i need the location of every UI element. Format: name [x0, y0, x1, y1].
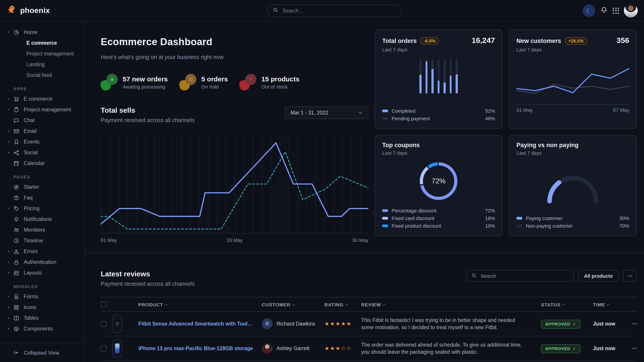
- caret-right-icon: ▸: [8, 306, 14, 309]
- total-sells-x-axis: 01 May 15 May 30 May: [101, 238, 368, 243]
- sidebar-item-events[interactable]: ▸ Events: [0, 136, 84, 147]
- theme-toggle-button[interactable]: ☾: [583, 4, 595, 17]
- ellipsis-icon: ⋯: [632, 346, 637, 351]
- sort-icon: ▴▾: [165, 304, 168, 306]
- column-time[interactable]: TIME▴▾: [593, 302, 621, 307]
- sidebar-item-pricing[interactable]: ▸ Pricing: [0, 203, 84, 214]
- search-icon: [471, 272, 476, 280]
- sidebar-item-project-management-home[interactable]: Project management: [0, 48, 84, 59]
- page-subtitle: Here's what's going on at your business …: [101, 54, 368, 61]
- tag-icon: [14, 205, 20, 212]
- global-search[interactable]: [267, 4, 402, 17]
- stat-new-orders: ★ 57 new orders Awating processing: [101, 74, 168, 90]
- more-options-button[interactable]: ⋯: [623, 270, 637, 282]
- total-sells-chart: [101, 135, 368, 234]
- time-cell: Just now: [593, 346, 621, 351]
- sidebar-item-landing[interactable]: Landing: [0, 59, 84, 70]
- row-actions-button[interactable]: ⋯: [621, 346, 637, 352]
- avatar: [262, 343, 272, 354]
- reviews-search[interactable]: [466, 270, 574, 282]
- select-all-checkbox[interactable]: [101, 302, 106, 308]
- sidebar-item-project-management-app[interactable]: ▸ Project management: [0, 104, 84, 115]
- pie-chart-icon: [14, 29, 20, 35]
- sidebar-item-starter[interactable]: Starter: [0, 182, 84, 192]
- donut-center-label: 72%: [419, 162, 458, 200]
- pause-icon: [185, 74, 196, 85]
- bell-icon: [600, 6, 608, 15]
- sidebar-section-modules: MODULES: [0, 284, 84, 289]
- sidebar-item-chat[interactable]: Chat: [0, 115, 84, 126]
- page-title: Ecommerce Dashboard: [101, 36, 368, 48]
- sidebar-item-layouts[interactable]: ▸ Layouts: [0, 267, 84, 278]
- new-customers-x-axis: 01 May 07 May: [516, 104, 629, 113]
- legend-item: Percentage discount 72%: [382, 207, 495, 214]
- sidebar-item-tables[interactable]: ▸ Tables: [0, 313, 84, 323]
- collapsed-view-toggle[interactable]: Collapsed View: [0, 343, 84, 362]
- product-link[interactable]: Fitbit Sense Advanced Smartwatch with To…: [138, 321, 262, 327]
- chat-icon: [14, 117, 20, 123]
- column-review[interactable]: REVIEW▴▾: [361, 302, 535, 307]
- paying-gauge-chart: [535, 163, 611, 204]
- box-icon: [14, 326, 20, 332]
- row-checkbox[interactable]: [101, 321, 106, 327]
- bell-icon: [14, 216, 20, 222]
- sidebar-item-faq[interactable]: Faq: [0, 192, 84, 203]
- sidebar-item-ecommerce-home[interactable]: E commerce: [0, 37, 84, 48]
- caret-down-icon: ▾: [8, 30, 14, 34]
- notifications-button[interactable]: [600, 6, 608, 15]
- sidebar-item-home[interactable]: ▾ Home: [0, 27, 84, 37]
- star-icon: ★: [106, 74, 118, 85]
- review-text: This Fitbit is fantastic! I was trying t…: [361, 317, 535, 332]
- column-rating[interactable]: RATING▴▾: [324, 302, 361, 307]
- sidebar-item-authentication[interactable]: ▸ Authentication: [0, 257, 84, 267]
- legend-item: Completed 52%: [382, 107, 495, 114]
- product-link[interactable]: iPhone 13 pro max-Pacific Blue-128GB sto…: [138, 346, 262, 351]
- collapse-arrow-icon: [14, 350, 19, 356]
- legend-swatch: [382, 109, 388, 112]
- sidebar-item-ecommerce-app[interactable]: ▸ E commerce: [0, 93, 84, 104]
- card-title: Paying vs non paying: [516, 142, 579, 148]
- caret-right-icon: ▸: [8, 140, 14, 144]
- caret-right-icon: ▸: [8, 250, 14, 253]
- sidebar-item-calendar[interactable]: Calendar: [0, 158, 84, 169]
- sort-icon: ▴▾: [345, 304, 348, 306]
- apps-grid-button[interactable]: [613, 7, 619, 14]
- product-thumbnail[interactable]: [112, 340, 122, 358]
- global-search-input[interactable]: [282, 7, 396, 14]
- reviews-search-input[interactable]: [480, 273, 569, 279]
- row-actions-button[interactable]: ⋯: [621, 321, 637, 327]
- grid-icon: [613, 7, 619, 14]
- sort-icon: ▴▾: [562, 304, 565, 306]
- brand[interactable]: phoenix: [6, 4, 50, 17]
- sidebar-item-errors[interactable]: ▸ Errors: [0, 246, 84, 257]
- sidebar-item-icons[interactable]: ▸ Icons: [0, 302, 84, 313]
- phoenix-logo-icon: [6, 4, 17, 17]
- sidebar-item-social[interactable]: ▸ Social: [0, 147, 84, 158]
- row-checkbox[interactable]: [101, 346, 106, 352]
- sidebar-item-timeline[interactable]: Timeline: [0, 235, 84, 246]
- user-avatar[interactable]: [624, 3, 638, 17]
- bookmark-icon: [14, 139, 20, 145]
- column-customer[interactable]: CUSTOMER▴▾: [262, 302, 324, 307]
- date-range-select[interactable]: Mar 1 - 31, 2022: [285, 107, 368, 119]
- sidebar-section-pages: PAGES: [0, 174, 84, 179]
- app: phoenix ☾ ▾ Home E comm: [0, 0, 644, 362]
- sidebar-item-components[interactable]: ▸ Components: [0, 323, 84, 334]
- caret-right-icon: ▸: [8, 207, 14, 210]
- sidebar-item-members[interactable]: Members: [0, 225, 84, 235]
- product-thumbnail[interactable]: [112, 315, 122, 333]
- sidebar-item-social-feed[interactable]: Social feed: [0, 70, 84, 80]
- trend-badge: +26.5%: [565, 37, 587, 44]
- total-orders-card: Total orders -6.8% 16,247 Last 7 days Co…: [374, 29, 502, 129]
- sidebar-item-email[interactable]: ▸ Email: [0, 126, 84, 136]
- sidebar-item-notifications[interactable]: Notifications: [0, 214, 84, 225]
- status-badge: APPROVED✓: [541, 344, 580, 353]
- search-icon: [272, 7, 278, 15]
- caret-right-icon: ▸: [8, 327, 14, 331]
- all-products-button[interactable]: All products: [578, 270, 618, 282]
- layout-icon: [14, 270, 20, 276]
- column-status[interactable]: STATUS▴▾: [535, 302, 593, 307]
- column-product[interactable]: PRODUCT▴▾: [138, 302, 262, 307]
- sidebar-item-forms[interactable]: ▸ Forms: [0, 291, 84, 302]
- grid-icon: [14, 304, 20, 310]
